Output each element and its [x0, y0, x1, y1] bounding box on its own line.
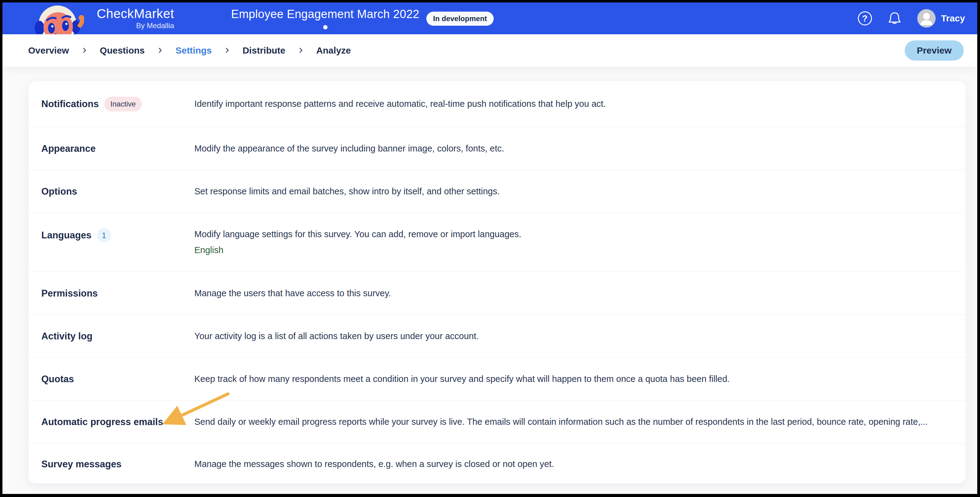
row-title: Notifications — [41, 98, 99, 110]
row-description: Keep track of how many respondents meet … — [194, 373, 953, 385]
user-menu[interactable]: Tracy — [917, 9, 965, 27]
row-title: Appearance — [41, 143, 95, 154]
settings-row-appearance[interactable]: Appearance Modify the appearance of the … — [29, 127, 966, 170]
app-window: CheckMarket By Medallia Employee Engagem… — [2, 2, 977, 494]
survey-title: Employee Engagement March 2022 — [231, 8, 419, 21]
language-link-english[interactable]: English — [194, 245, 223, 255]
row-title: Activity log — [41, 331, 92, 342]
settings-row-activity-log[interactable]: Activity log Your activity log is a list… — [29, 315, 966, 358]
notifications-bell-icon[interactable] — [888, 11, 901, 26]
row-title: Permissions — [41, 288, 98, 299]
settings-row-quotas[interactable]: Quotas Keep track of how many respondent… — [29, 358, 966, 400]
survey-title-block[interactable]: Employee Engagement March 2022 — [231, 2, 419, 34]
row-description: Identify important response patterns and… — [194, 98, 953, 110]
user-name: Tracy — [941, 13, 965, 24]
settings-row-survey-messages[interactable]: Survey messages Manage the messages show… — [29, 443, 966, 485]
row-description: Modify language settings for this survey… — [194, 228, 953, 240]
breadcrumb-questions[interactable]: Questions — [100, 45, 145, 56]
row-title: Quotas — [41, 374, 74, 385]
row-title: Survey messages — [41, 459, 121, 470]
row-description: Your activity log is a list of all actio… — [194, 330, 953, 342]
breadcrumb-analyze[interactable]: Analyze — [316, 45, 351, 56]
breadcrumb: Overview › Questions › Settings › Distri… — [28, 45, 351, 56]
language-count-badge: 1 — [97, 228, 111, 242]
checkmarket-mascot-logo — [29, 4, 86, 34]
breadcrumb-bar: Overview › Questions › Settings › Distri… — [2, 34, 977, 67]
row-title: Automatic progress emails — [41, 416, 163, 427]
row-description: Manage the messages shown to respondents… — [194, 458, 953, 470]
title-dot — [323, 25, 328, 29]
chevron-right-icon: › — [158, 44, 162, 56]
row-description: Manage the users that have access to thi… — [194, 287, 953, 299]
app-header: CheckMarket By Medallia Employee Engagem… — [2, 2, 977, 34]
settings-row-automatic-progress-emails[interactable]: Automatic progress emails Send daily or … — [29, 400, 966, 443]
help-icon[interactable]: ? — [858, 11, 872, 25]
row-description: Set response limits and email batches, s… — [194, 186, 953, 197]
chevron-right-icon: › — [299, 44, 303, 56]
settings-row-notifications[interactable]: Notifications Inactive Identify importan… — [29, 81, 966, 127]
brand-block[interactable]: CheckMarket By Medallia — [97, 7, 174, 30]
chevron-right-icon: › — [225, 44, 229, 56]
brand-byline: By Medallia — [136, 21, 174, 30]
inactive-status-badge: Inactive — [104, 97, 142, 111]
brand-name: CheckMarket — [97, 7, 174, 21]
breadcrumb-distribute[interactable]: Distribute — [242, 45, 285, 56]
row-title: Languages — [41, 230, 92, 241]
row-description: Send daily or weekly email progress repo… — [194, 416, 953, 428]
settings-row-options[interactable]: Options Set response limits and email ba… — [29, 170, 966, 213]
survey-status-badge: In development — [426, 12, 494, 26]
row-title: Options — [41, 186, 77, 197]
breadcrumb-settings[interactable]: Settings — [175, 45, 212, 56]
chevron-right-icon: › — [82, 44, 86, 56]
settings-row-permissions[interactable]: Permissions Manage the users that have a… — [29, 272, 966, 315]
settings-row-languages[interactable]: Languages 1 Modify language settings for… — [29, 213, 966, 272]
preview-button[interactable]: Preview — [905, 40, 964, 60]
avatar — [917, 9, 935, 27]
row-description: Modify the appearance of the survey incl… — [194, 143, 953, 154]
settings-card: Notifications Inactive Identify importan… — [29, 81, 966, 484]
header-actions: ? Tracy — [858, 2, 965, 34]
breadcrumb-overview[interactable]: Overview — [28, 45, 69, 56]
